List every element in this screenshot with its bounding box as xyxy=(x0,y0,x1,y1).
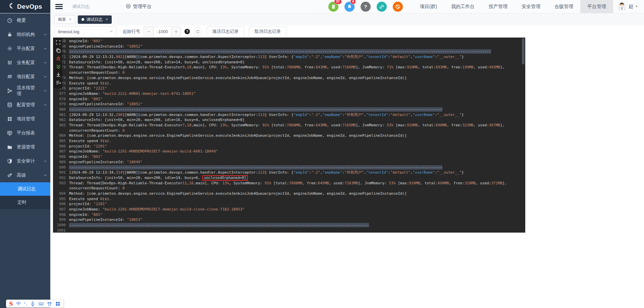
sidebar-item-1[interactable]: 组织机构 xyxy=(0,27,50,42)
download-icon[interactable] xyxy=(56,72,61,77)
close-icon[interactable]: × xyxy=(69,17,71,22)
log-side-toolbar xyxy=(54,38,62,88)
sidebar-item-2[interactable]: 平台配置 xyxy=(0,42,50,56)
line-number: 985 xyxy=(53,138,69,144)
line-number: 980 xyxy=(53,107,69,112)
nav-item-5[interactable]: 平台管理 xyxy=(580,0,613,13)
fullscreen-icon[interactable] xyxy=(56,40,61,45)
sidebar-item-9[interactable]: 资源管理 xyxy=(0,140,50,154)
log-separator: ----------------------------------------… xyxy=(69,107,442,112)
line-number: 987 xyxy=(53,149,69,154)
hamburger-menu-icon[interactable] xyxy=(55,3,63,10)
sogou-logo-icon[interactable]: S xyxy=(9,301,13,307)
sidebar-item-4[interactable]: 项目配置 xyxy=(0,70,50,84)
chevron-down-icon xyxy=(109,29,113,34)
tab-0[interactable]: 概要× xyxy=(54,15,75,24)
report-icon[interactable]: 37 xyxy=(328,2,338,12)
notification-badge: 37 xyxy=(334,0,342,4)
avatar xyxy=(617,1,627,12)
user-menu[interactable]: 赵 ▼ xyxy=(613,0,644,13)
log-line-wrap: concurrentRequestCount: 0 xyxy=(53,70,525,75)
log-file-select[interactable]: timeout.log xyxy=(54,26,117,37)
line-number: 996 xyxy=(53,201,69,207)
refresh-button[interactable] xyxy=(193,27,202,36)
copy-icon[interactable] xyxy=(56,48,61,53)
sidebar-item-8[interactable]: 平台报表 xyxy=(0,126,50,140)
log-line-976: 976projectId: "2221" xyxy=(53,86,525,91)
nav-item-0[interactable]: 项目(群) xyxy=(413,0,444,13)
cancel-log-button[interactable]: 取消日志记录 xyxy=(249,26,286,37)
chevron-down-icon: ▼ xyxy=(635,5,638,8)
log-line-994: 994Method: [com.primeton.devops.engine.s… xyxy=(53,191,525,196)
toolbox-icon[interactable] xyxy=(55,301,60,306)
log-line-972: 972DataSourceInfo: [init=50, min=20, max… xyxy=(53,60,525,65)
log-line-981: 981[2024-09-29 12:13:32,290][WARN][com.p… xyxy=(53,112,525,118)
scroll-top-icon[interactable] xyxy=(56,56,61,61)
pipeline-icon xyxy=(7,88,12,94)
help-tip-icon[interactable]: ? xyxy=(184,29,190,34)
nav-item-4[interactable]: 合版管理 xyxy=(547,0,580,13)
sidebar-item-7[interactable]: 项目管理 xyxy=(0,112,50,126)
line-number: 977 xyxy=(53,91,69,97)
sidebar-item-0[interactable]: 概要 xyxy=(0,13,50,27)
sidebar-item-11[interactable]: 高级 xyxy=(0,168,50,182)
tab-1[interactable]: 调试日志× xyxy=(78,15,112,24)
skin-icon[interactable] xyxy=(47,301,52,306)
log-toolbar: timeout.log 起始行号 − -1000 + ? 激活日志记录 取消日志… xyxy=(50,25,644,38)
bell-icon[interactable]: 4 xyxy=(344,2,355,12)
log-line-wrap: concurrentRequestCount: 0 xyxy=(53,186,525,191)
ban-icon[interactable] xyxy=(393,2,403,12)
sidebar-item-label: 项目管理 xyxy=(17,116,35,122)
log-lines-icon[interactable] xyxy=(56,80,61,85)
devops-logo-icon xyxy=(8,2,15,11)
nav-item-3[interactable]: 安全管理 xyxy=(515,0,547,13)
active-dot xyxy=(82,18,84,21)
grid-icon xyxy=(7,116,12,122)
close-icon[interactable]: × xyxy=(106,17,108,22)
scroll-bottom-icon[interactable] xyxy=(56,64,61,69)
header-right: 374? 项目(群)我的工作台投产管理安全管理合版管理平台管理 赵 ▼ xyxy=(322,0,644,13)
mic-icon[interactable] xyxy=(30,301,35,306)
activate-log-button[interactable]: 激活日志记录 xyxy=(207,26,244,37)
sidebar-item-label: 配置管理 xyxy=(17,102,35,108)
monitor-icon xyxy=(7,130,12,136)
platform-switcher[interactable]: 管理平台 xyxy=(126,4,152,10)
line-number: 1000 xyxy=(53,223,69,228)
breadcrumb: 调试日志 xyxy=(72,4,90,10)
log-viewer[interactable]: 968engineId: "801"969enginePipelineInsta… xyxy=(53,38,525,233)
log-file-value: timeout.log xyxy=(58,29,79,34)
ime-toolbar: S 中 °, xyxy=(6,300,63,308)
increment-button[interactable]: + xyxy=(171,27,181,36)
sidebar-item-3[interactable]: 业务配置 xyxy=(0,56,50,70)
ime-punct-toggle[interactable]: °, xyxy=(24,301,27,306)
line-number: 983 xyxy=(53,123,69,128)
sidebar-item-10[interactable]: 安全审计 xyxy=(0,154,50,168)
log-line-wrap: concurrentRequestCount: 0 xyxy=(53,128,525,133)
ime-lang-toggle[interactable]: 中 xyxy=(16,301,21,307)
log-line-969: 969enginePipelineInstanceId: "18052" xyxy=(53,44,525,49)
sidebar-item-6[interactable]: 配置管理 xyxy=(0,98,50,112)
log-line-973: 973Thread: Thread[DevOps-High-Reliable-T… xyxy=(53,65,525,70)
sidebar-subitem-0[interactable]: 调试日志 xyxy=(0,182,50,196)
sidebar: 概要组织机构平台配置业务配置项目配置流水线管理配置管理项目管理平台报表资源管理安… xyxy=(0,13,50,308)
start-line-label: 起始行号 xyxy=(123,28,140,35)
sidebar-item-5[interactable]: 流水线管理 xyxy=(0,84,50,98)
keyboard-icon[interactable] xyxy=(39,301,44,306)
chevron-down-icon xyxy=(44,103,47,108)
link-icon[interactable] xyxy=(377,2,387,12)
help-icon[interactable]: ? xyxy=(361,2,371,12)
nav-item-1[interactable]: 我的工作台 xyxy=(444,0,482,13)
sidebar-item-label: 流水线管理 xyxy=(17,85,39,97)
chevron-down-icon xyxy=(44,32,47,37)
chevron-down-icon xyxy=(44,46,47,51)
platform-label: 管理平台 xyxy=(133,4,152,10)
start-line-input[interactable]: -1000 xyxy=(153,27,171,36)
sidebar-subitem-1[interactable]: 定时 xyxy=(0,196,50,209)
log-scrollbar-thumb[interactable] xyxy=(522,38,525,64)
decrement-button[interactable]: − xyxy=(144,27,153,36)
eye-icon xyxy=(126,4,131,10)
nav-item-2[interactable]: 投产管理 xyxy=(482,0,515,13)
tab-label: 调试日志 xyxy=(87,17,103,22)
sidebar-item-label: 业务配置 xyxy=(17,60,35,66)
sidebar-item-label: 平台配置 xyxy=(17,46,35,52)
